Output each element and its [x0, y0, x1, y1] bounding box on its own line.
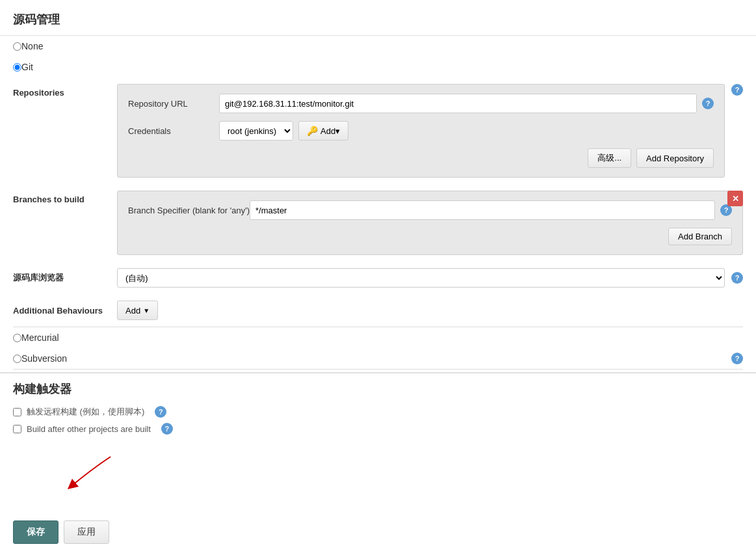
branches-label: Branches to build [13, 191, 117, 204]
subversion-radio[interactable] [13, 355, 21, 363]
repositories-help-icon[interactable]: ? [731, 84, 743, 96]
trigger-after-help-icon[interactable]: ? [161, 423, 173, 435]
browser-select[interactable]: (自动) [117, 268, 725, 288]
build-trigger-title: 构建触发器 [13, 381, 743, 397]
branches-row: Branches to build ✕ Branch Specifier (bl… [0, 184, 756, 262]
subversion-label[interactable]: Subversion [21, 353, 67, 364]
trigger-remote-help-icon[interactable]: ? [155, 406, 166, 418]
browser-help-icon[interactable]: ? [731, 272, 743, 284]
branch-specifier-row: Branch Specifier (blank for 'any') ? [128, 200, 732, 220]
add-behaviour-label: Add [125, 306, 140, 316]
branches-box: ✕ Branch Specifier (blank for 'any') ? A… [117, 191, 743, 255]
trigger-after-projects-checkbox[interactable] [13, 425, 21, 433]
mercurial-radio[interactable] [13, 334, 21, 342]
repo-box: Repository URL ? Credentials root (jenki… [117, 84, 725, 178]
subversion-option-row: Subversion ? [0, 348, 756, 369]
credentials-label: Credentials [128, 126, 219, 136]
separator-2 [13, 369, 743, 370]
browser-row: 源码库浏览器 (自动) ? [0, 262, 756, 294]
arrow-annotation [39, 450, 124, 509]
add-credentials-button[interactable]: 🔑 Add▾ [298, 121, 348, 141]
key-icon: 🔑 [307, 126, 318, 136]
credentials-select[interactable]: root (jenkins) [219, 121, 293, 141]
git-radio[interactable] [13, 63, 21, 72]
mercurial-option-row: Mercurial [0, 327, 756, 348]
credentials-controls: root (jenkins) 🔑 Add▾ [219, 121, 348, 141]
dropdown-arrow-icon: ▼ [143, 307, 150, 314]
repo-url-input[interactable] [219, 94, 697, 113]
add-branch-button[interactable]: Add Branch [668, 228, 732, 245]
none-label[interactable]: None [21, 41, 43, 51]
repo-url-label: Repository URL [128, 99, 219, 109]
trigger-remote-label: 触发远程构建 (例如，使用脚本) [27, 406, 144, 418]
remove-branch-button[interactable]: ✕ [727, 191, 743, 206]
footer-section: 保存 应用 [0, 511, 756, 553]
repo-actions: 高级... Add Repository [128, 148, 714, 168]
repositories-row: Repositories Repository URL ? Credential… [0, 77, 756, 184]
repo-url-row: Repository URL ? [128, 94, 714, 113]
add-repository-button[interactable]: Add Repository [636, 148, 714, 168]
repositories-label: Repositories [13, 84, 117, 98]
behaviours-label: Additional Behaviours [13, 306, 117, 316]
save-button[interactable]: 保存 [13, 520, 59, 544]
advanced-button[interactable]: 高级... [588, 148, 631, 168]
none-option-row: None [0, 36, 756, 57]
none-radio[interactable] [13, 42, 21, 51]
scm-section-title: 源码管理 [0, 0, 756, 36]
behaviours-row: Additional Behaviours Add ▼ [0, 294, 756, 327]
browser-label: 源码库浏览器 [13, 272, 117, 284]
subversion-help-icon[interactable]: ? [731, 353, 743, 364]
branch-specifier-label: Branch Specifier (blank for 'any') [128, 206, 250, 215]
trigger-remote-checkbox[interactable] [13, 408, 21, 416]
git-label[interactable]: Git [21, 62, 33, 72]
apply-button[interactable]: 应用 [64, 520, 109, 544]
add-behaviour-button[interactable]: Add ▼ [117, 301, 158, 320]
trigger-item-1: 触发远程构建 (例如，使用脚本) ? [13, 403, 743, 420]
build-trigger-section: 构建触发器 触发远程构建 (例如，使用脚本) ? Build after oth… [0, 372, 756, 445]
branch-specifier-input[interactable] [250, 200, 715, 220]
git-option-row: Git [0, 57, 756, 77]
credentials-row: Credentials root (jenkins) 🔑 Add▾ [128, 121, 714, 141]
add-credentials-label: Add▾ [320, 126, 340, 136]
trigger-after-projects-label: Build after other projects are built [27, 424, 151, 434]
repositories-content: Repository URL ? Credentials root (jenki… [117, 84, 725, 178]
trigger-item-2: Build after other projects are built ? [13, 420, 743, 437]
mercurial-label[interactable]: Mercurial [21, 332, 59, 343]
repo-url-help-icon[interactable]: ? [702, 98, 714, 109]
